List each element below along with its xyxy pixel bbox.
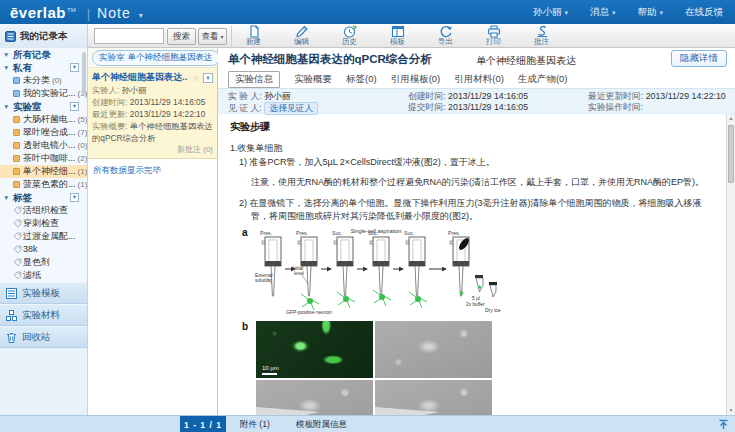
sidebar-section-lab[interactable]: ▼实验室▼ xyxy=(0,100,87,113)
user-menu[interactable]: 孙小丽▾ xyxy=(533,6,568,19)
content-scrollbar[interactable]: ▲ ▼ xyxy=(726,114,735,415)
chevron-down-icon[interactable]: ▾ xyxy=(139,11,143,20)
section-menu-button[interactable]: ▼ xyxy=(70,193,79,202)
edit-button[interactable]: 编辑 xyxy=(285,25,318,47)
sidebar-tag-item[interactable]: 活组织检查 xyxy=(0,204,87,217)
feedback-link[interactable]: 在线反馈 xyxy=(685,6,723,19)
svg-text:Pres.: Pres. xyxy=(296,230,308,236)
steps-heading: 实验步骤 xyxy=(230,120,714,134)
sidebar-tag-item[interactable]: 过渡金属配... xyxy=(0,230,87,243)
sidebar-item-single-neuron[interactable]: 单个神经细...(1) xyxy=(0,165,87,178)
materials-panel[interactable]: 实验材料 xyxy=(0,304,87,326)
top-menu: 孙小丽▾ 消息▾ 帮助▾ 在线反馈 xyxy=(533,6,723,19)
scale-bar: 10 µm xyxy=(262,365,279,375)
star-icon[interactable]: ☆ xyxy=(192,73,200,83)
annotation-count[interactable]: 新批注 (0) xyxy=(92,144,213,156)
tab-experiment-info[interactable]: 实验信息 xyxy=(228,71,280,88)
figure-b: b 10 µm xyxy=(244,321,714,415)
sidebar-section-private[interactable]: ▼私有▼ xyxy=(0,61,87,74)
pipette-tip xyxy=(256,407,320,415)
item-menu-button[interactable]: ▼ xyxy=(203,73,213,83)
new-button[interactable]: 新建 xyxy=(237,25,270,47)
experiment-content: 实验步骤 1.收集单细胞 1) 准备PCR管，加入5µL 2×CellsDire… xyxy=(218,114,726,415)
scroll-down-arrow[interactable]: ▼ xyxy=(727,406,735,415)
experiment-detail-pane: 单个神经细胞基因表达的qPCR综合分析 单个神经细胞基因表达 隐藏详情 实验信息… xyxy=(218,48,735,415)
messages-menu[interactable]: 消息▾ xyxy=(590,6,616,19)
template-button[interactable]: 模板 xyxy=(381,25,414,47)
tab-experiment-summary[interactable]: 实验概要 xyxy=(294,73,332,86)
collapse-panel-icon[interactable] xyxy=(718,419,729,430)
figure-a: a xyxy=(244,227,714,319)
main-toolbar: 新建 编辑 历史 xyxy=(237,25,558,47)
trademark-mark: TM xyxy=(67,7,76,13)
collapse-arrow-icon: ▼ xyxy=(3,100,9,113)
note-text: 注意，使用无RNA酶的耗材和整个过程避免RNA的污染(清洁工作区，戴上手套，口罩… xyxy=(230,176,714,189)
collapse-arrow-icon: ▼ xyxy=(3,48,9,61)
tab-ref-templates[interactable]: 引用模板(0) xyxy=(391,73,441,86)
section-menu-button[interactable]: ▼ xyxy=(70,63,79,72)
created-row: 创建时间: 2013/11/29 14:16:05 xyxy=(92,96,213,108)
help-menu[interactable]: 帮助▾ xyxy=(637,6,663,19)
experiment-meta: 实 验 人: 孙小丽 创建时间: 2013/11/29 14:16:05 最近更… xyxy=(218,88,735,114)
sidebar-scrollbar-thumb[interactable] xyxy=(82,52,86,96)
svg-text:2x buffer: 2x buffer xyxy=(466,302,485,307)
chevron-down-icon: ▾ xyxy=(220,33,223,40)
template-info-tab[interactable]: 模板附属信息 xyxy=(296,416,347,432)
view-button[interactable]: 查看▾ xyxy=(198,28,227,45)
bottom-bar: 1 - 1 / 1 附件 (1) 模板附属信息 xyxy=(0,415,735,432)
detail-header: 单个神经细胞基因表达的qPCR综合分析 单个神经细胞基因表达 隐藏详情 xyxy=(218,48,735,70)
sidebar-tag-item[interactable]: 滤纸 xyxy=(0,269,87,282)
sidebar-item-lab-notebook[interactable]: 茶叶中咖啡...(2) xyxy=(0,152,87,165)
sidebar-tag-item[interactable]: 穿刺检查 xyxy=(0,217,87,230)
created-field: 创建时间: 2013/11/29 14:16:05 xyxy=(408,91,588,102)
secondary-bar: 我的记录本 搜索 查看▾ 新建 编辑 xyxy=(0,24,735,48)
trash-icon xyxy=(6,332,17,343)
sidebar-tag-item[interactable]: 显色剂 xyxy=(0,256,87,269)
chevron-down-icon: ▾ xyxy=(659,9,663,16)
pipette-tip xyxy=(375,407,439,415)
sidebar-item-uncategorized[interactable]: 未分类(0) xyxy=(0,74,87,87)
notebook-filter-chip[interactable]: 实验室单个神经细胞基因表达 xyxy=(92,50,220,66)
tab-ref-materials[interactable]: 引用材料(0) xyxy=(454,73,504,86)
scroll-up-arrow[interactable]: ▲ xyxy=(727,114,735,123)
export-button[interactable]: 导出 xyxy=(429,25,462,47)
notebook-icon xyxy=(13,77,20,84)
recycle-bin-panel[interactable]: 回收站 xyxy=(0,326,87,348)
print-button[interactable]: 打印 xyxy=(477,25,510,47)
experiment-list-item[interactable]: 单个神经细胞基因表达... ☆ ▼ 实验人: 孙小丽 创建时间: 2013/11… xyxy=(88,68,217,159)
svg-text:Suc.: Suc. xyxy=(404,230,414,236)
sidebar-item-lab-notebook[interactable]: 翠叶唑合成...(7) xyxy=(0,126,87,139)
section-menu-button[interactable]: ▼ xyxy=(70,102,79,111)
templates-panel[interactable]: 实验模板 xyxy=(0,282,87,304)
micrograph-grid: 10 µm xyxy=(256,321,714,415)
sidebar-item-my-experiments[interactable]: 我的实验记...(1) xyxy=(0,87,87,100)
my-notebooks-tab[interactable]: 我的记录本 xyxy=(0,24,88,48)
sidebar-tag-item[interactable]: 38k xyxy=(0,243,87,256)
sidebar-item-lab-notebook[interactable]: 透射电镜小...(0) xyxy=(0,139,87,152)
sidebar-item-lab-notebook[interactable]: 大肠杆菌电...(5) xyxy=(0,113,87,126)
dic-micrograph xyxy=(375,321,492,378)
experimenter-field: 实 验 人: 孙小丽 xyxy=(228,91,408,102)
history-button[interactable]: 历史 xyxy=(333,25,366,47)
sidebar-item-lab-notebook[interactable]: 菠菜色素的...(1) xyxy=(0,178,87,191)
tab-products[interactable]: 生成产物(0) xyxy=(518,73,568,86)
step-group-title: 1.收集单细胞 xyxy=(230,142,714,155)
summary-row: 实验概要: 单个神经细胞基因表达的qPCR综合分析 xyxy=(92,120,213,144)
annotate-button[interactable]: 批注 xyxy=(525,25,558,47)
tag-icon xyxy=(13,219,22,228)
search-input[interactable] xyxy=(94,28,164,44)
pagination[interactable]: 1 - 1 / 1 xyxy=(180,416,226,432)
single-cell-aspiration-diagram: Single-cell aspiration Pres. Pres. Suc. … xyxy=(254,227,504,317)
breadcrumb: 实验室单个神经细胞基因表达 xyxy=(88,48,217,68)
tab-tags[interactable]: 标签(0) xyxy=(346,73,377,86)
sidebar-section-tags[interactable]: ▼标签▼ xyxy=(0,191,87,204)
search-button[interactable]: 搜索 xyxy=(167,28,196,45)
brand-name: ēverlab xyxy=(10,4,66,21)
experiment-list-pane: 实验室单个神经细胞基因表达 单个神经细胞基因表达... ☆ ▼ 实验人: 孙小丽… xyxy=(88,48,218,415)
hide-details-button[interactable]: 隐藏详情 xyxy=(671,50,727,67)
scrollbar-thumb[interactable] xyxy=(728,125,734,183)
sidebar-item-all-records[interactable]: ▼所有记录 xyxy=(0,48,87,61)
notebook-icon xyxy=(13,181,20,188)
attachments-tab[interactable]: 附件 (1) xyxy=(240,416,270,432)
toolbar-divider xyxy=(231,26,232,46)
